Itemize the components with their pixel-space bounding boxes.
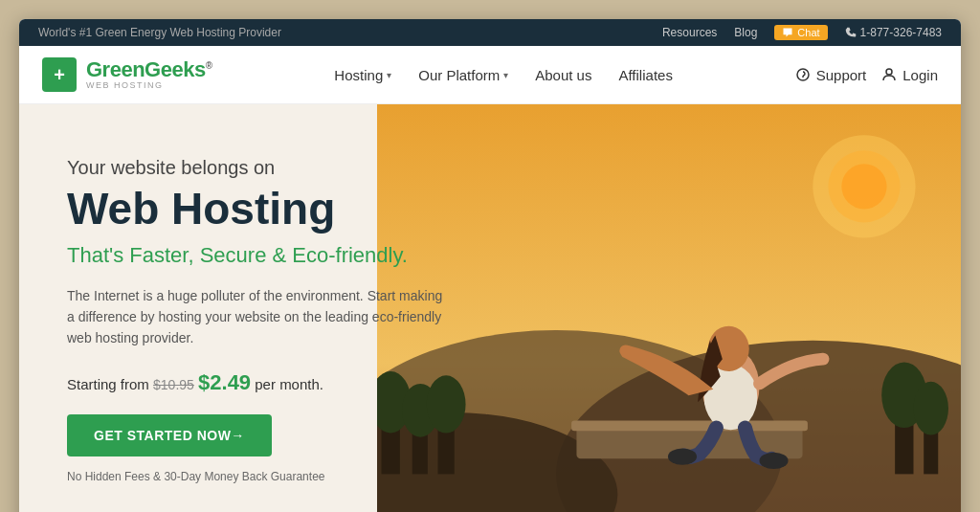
- svg-point-15: [913, 382, 947, 435]
- price-new: $2.49: [198, 370, 251, 394]
- logo-area[interactable]: + GreenGeeks® WEB HOSTING: [42, 57, 212, 92]
- blog-link[interactable]: Blog: [734, 26, 757, 39]
- hero-price: Starting from $10.95 $2.49 per month.: [67, 370, 469, 395]
- nav-item-affiliates[interactable]: Affiliates: [607, 59, 683, 91]
- phone-icon: [845, 27, 857, 38]
- svg-point-1: [886, 69, 892, 75]
- nav-item-hosting[interactable]: Hosting ▾: [323, 59, 403, 91]
- browser-window: World's #1 Green Energy Web Hosting Prov…: [19, 19, 961, 512]
- hero-tagline: Your website belongs on: [67, 157, 469, 179]
- top-bar-right: Resources Blog Chat 1-877-326-7483: [662, 25, 942, 40]
- hero-content: Your website belongs on Web Hosting That…: [19, 104, 517, 512]
- top-bar-tagline: World's #1 Green Energy Web Hosting Prov…: [38, 26, 281, 39]
- phone-link[interactable]: 1-877-326-7483: [845, 26, 942, 39]
- svg-point-25: [841, 164, 886, 209]
- support-link[interactable]: Support: [795, 67, 867, 83]
- chevron-down-icon: ▾: [503, 70, 508, 80]
- chat-label: Chat: [797, 27, 819, 38]
- user-icon: [881, 67, 897, 82]
- hero-guarantee: No Hidden Fees & 30-Day Money Back Guara…: [67, 470, 469, 483]
- resources-link[interactable]: Resources: [662, 26, 717, 39]
- nav-item-our-platform[interactable]: Our Platform ▾: [407, 59, 520, 91]
- svg-point-22: [759, 453, 788, 469]
- chat-badge[interactable]: Chat: [774, 25, 827, 40]
- hero-section: Your website belongs on Web Hosting That…: [19, 104, 961, 512]
- chat-icon: [782, 27, 793, 38]
- price-prefix: Starting from: [67, 376, 149, 392]
- price-old: $10.95: [153, 377, 194, 392]
- logo-brand: GreenGeeks®: [86, 58, 212, 81]
- hero-description: The Internet is a huge polluter of the e…: [67, 285, 450, 349]
- logo-icon: +: [42, 57, 77, 92]
- cta-button[interactable]: GET STARTED NOW→: [67, 414, 272, 456]
- svg-point-0: [797, 69, 809, 80]
- logo-text: GreenGeeks® WEB HOSTING: [86, 58, 212, 91]
- nav-bar: + GreenGeeks® WEB HOSTING Hosting ▾ Our …: [19, 46, 961, 104]
- nav-right: Support Login: [795, 67, 938, 83]
- hero-title: Web Hosting: [67, 185, 469, 234]
- svg-point-21: [668, 449, 697, 465]
- nav-item-about-us[interactable]: About us: [523, 59, 603, 91]
- chevron-down-icon: ▾: [387, 70, 391, 80]
- phone-number: 1-877-326-7483: [860, 26, 942, 39]
- top-bar: World's #1 Green Energy Web Hosting Prov…: [19, 19, 961, 46]
- hero-subtitle: That's Faster, Secure & Eco-friendly.: [67, 243, 469, 268]
- nav-links: Hosting ▾ Our Platform ▾ About us Affili…: [323, 59, 684, 91]
- login-link[interactable]: Login: [881, 67, 938, 83]
- logo-sub: WEB HOSTING: [86, 81, 212, 91]
- price-suffix: per month.: [255, 376, 323, 392]
- support-icon: [795, 67, 811, 82]
- svg-rect-17: [571, 421, 808, 432]
